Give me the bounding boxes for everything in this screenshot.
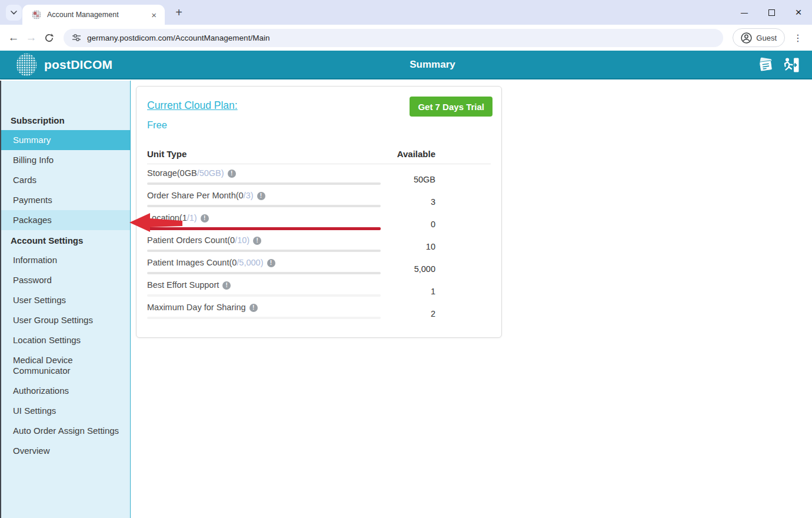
- column-available: Available: [397, 149, 435, 159]
- row-label: Patient Orders Count(0: [147, 235, 235, 245]
- usage-bar: [147, 317, 381, 319]
- usage-bar: [147, 272, 381, 274]
- forward-button[interactable]: [22, 31, 40, 44]
- browser-tab-strip: Account Management: [0, 0, 812, 25]
- chevron-down-icon: [11, 11, 17, 15]
- info-icon[interactable]: [253, 237, 261, 245]
- brand-logo: postDICOM: [14, 52, 112, 77]
- info-icon[interactable]: [249, 304, 258, 312]
- row-label: Patient Images Count(0: [147, 258, 237, 267]
- plan-table-rows: Storage(0GB/50GB) 50GB Order Share Per M…: [147, 168, 491, 324]
- info-icon[interactable]: [201, 214, 209, 223]
- row-limit: /5,000): [237, 258, 263, 267]
- row-limit: /50GB): [197, 168, 224, 178]
- url-text[interactable]: germany.postdicom.com/AccountManagement/…: [87, 34, 269, 42]
- table-row: Storage(0GB/50GB) 50GB: [147, 168, 491, 190]
- window-minimize-button[interactable]: [731, 0, 758, 25]
- sidebar-item-password[interactable]: Password: [1, 270, 130, 290]
- info-icon[interactable]: [228, 170, 236, 178]
- maximize-icon: [768, 9, 775, 16]
- tab-close-icon[interactable]: [149, 9, 159, 21]
- sidebar-item-packages[interactable]: Packages: [1, 210, 130, 230]
- sidebar-item-cards[interactable]: Cards: [1, 170, 130, 190]
- row-available-value: 1: [371, 287, 435, 296]
- info-icon[interactable]: [257, 192, 265, 200]
- sidebar-item-overview[interactable]: Overview: [1, 441, 130, 461]
- brand-name: postDICOM: [44, 58, 112, 72]
- info-icon[interactable]: [222, 281, 231, 290]
- table-row: Maximum Day for Sharing 2: [147, 302, 491, 324]
- usage-bar: [147, 250, 381, 252]
- row-available-value: 3: [371, 197, 435, 207]
- column-unit-type: Unit Type: [147, 149, 187, 159]
- browser-toolbar: germany.postdicom.com/AccountManagement/…: [0, 25, 812, 51]
- buy-package-icon[interactable]: [756, 57, 775, 74]
- info-icon[interactable]: [267, 259, 275, 267]
- usage-bar: [147, 205, 381, 207]
- row-limit: /10): [235, 235, 249, 245]
- logout-icon[interactable]: [783, 57, 800, 74]
- table-row: Best Effort Support 1: [147, 280, 491, 302]
- plan-summary-card: Current Cloud Plan: Free Get 7 Days Tria…: [136, 86, 502, 338]
- header-actions: [756, 51, 800, 79]
- sidebar-section-subscription: Subscription: [1, 110, 130, 130]
- row-available-value: 50GB: [371, 175, 435, 184]
- plan-name: Free: [147, 119, 167, 131]
- reload-button[interactable]: [40, 33, 58, 43]
- row-label: Order Share Per Month(0: [147, 191, 244, 200]
- reload-icon: [44, 33, 54, 43]
- profile-label: Guest: [756, 34, 777, 42]
- usage-bar: [147, 294, 381, 297]
- back-button[interactable]: [5, 31, 22, 44]
- site-favicon-icon: [32, 10, 41, 19]
- close-icon: [795, 6, 801, 19]
- sidebar: SubscriptionSummaryBilling InfoCardsPaym…: [0, 81, 131, 518]
- browser-tab[interactable]: Account Management: [22, 5, 165, 25]
- window-maximize-button[interactable]: [758, 0, 785, 25]
- sidebar-item-billing-info[interactable]: Billing Info: [1, 150, 130, 170]
- tab-search-button[interactable]: [6, 5, 22, 21]
- row-label: Storage(0GB: [147, 168, 197, 178]
- sidebar-item-information[interactable]: Information: [1, 250, 130, 270]
- minimize-icon: [741, 7, 748, 18]
- row-available-value: 5,000: [371, 264, 435, 274]
- current-cloud-plan-link[interactable]: Current Cloud Plan:: [147, 99, 238, 112]
- sidebar-item-medical-device-communicator[interactable]: Medical Device Communicator: [1, 350, 130, 381]
- row-limit: /1): [187, 213, 197, 223]
- row-available-value: 0: [371, 220, 435, 229]
- profile-button[interactable]: Guest: [733, 28, 785, 47]
- app-header: postDICOM Summary: [0, 51, 812, 79]
- table-header: Unit Type Available: [147, 149, 491, 164]
- row-available-value: 2: [371, 309, 435, 318]
- address-bar[interactable]: germany.postdicom.com/AccountManagement/…: [64, 29, 723, 47]
- row-label: Location(1: [147, 213, 187, 223]
- table-row: Location(1/1) 0: [147, 212, 491, 235]
- sidebar-item-ui-settings[interactable]: UI Settings: [1, 401, 130, 421]
- window-close-button[interactable]: [785, 0, 812, 25]
- row-available-value: 10: [371, 242, 435, 251]
- postdicom-sphere-icon: [14, 52, 39, 77]
- sidebar-item-user-group-settings[interactable]: User Group Settings: [1, 310, 130, 330]
- main-content: Current Cloud Plan: Free Get 7 Days Tria…: [131, 81, 812, 518]
- sidebar-item-summary[interactable]: Summary: [1, 130, 130, 150]
- table-row: Patient Images Count(0/5,000) 5,000: [147, 257, 491, 280]
- page-title: Summary: [410, 59, 455, 71]
- browser-menu-button[interactable]: [790, 32, 806, 44]
- window-controls: [731, 0, 812, 25]
- sidebar-item-user-settings[interactable]: User Settings: [1, 290, 130, 310]
- site-settings-icon[interactable]: [72, 33, 81, 42]
- table-row: Order Share Per Month(0/3) 3: [147, 190, 491, 212]
- row-label: Best Effort Support: [147, 280, 219, 290]
- tab-title: Account Management: [47, 11, 149, 19]
- get-trial-button[interactable]: Get 7 Days Trial: [410, 97, 492, 117]
- avatar-icon: [741, 32, 752, 44]
- sidebar-section-account-settings: Account Settings: [1, 230, 130, 250]
- sidebar-item-payments[interactable]: Payments: [1, 190, 130, 210]
- row-label: Maximum Day for Sharing: [147, 303, 246, 312]
- sidebar-item-authorizations[interactable]: Authorizations: [1, 381, 130, 401]
- usage-bar: [147, 227, 381, 230]
- row-limit: /3): [244, 191, 254, 200]
- sidebar-item-location-settings[interactable]: Location Settings: [1, 330, 130, 350]
- new-tab-button[interactable]: [172, 5, 186, 19]
- sidebar-item-auto-order-assign-settings[interactable]: Auto Order Assign Settings: [1, 421, 130, 441]
